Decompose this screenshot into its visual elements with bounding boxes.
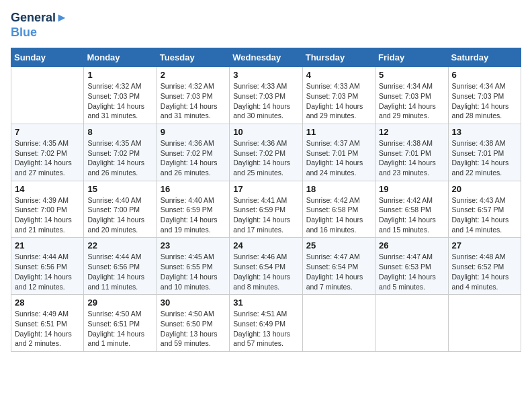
- day-info: Sunrise: 4:47 AM Sunset: 6:53 PM Dayligh…: [379, 252, 444, 291]
- day-number: 11: [306, 127, 371, 137]
- calendar-cell: 20Sunrise: 4:43 AM Sunset: 6:57 PM Dayli…: [448, 181, 521, 238]
- calendar-cell: 13Sunrise: 4:38 AM Sunset: 7:01 PM Dayli…: [448, 124, 521, 181]
- calendar-cell: 1Sunrise: 4:32 AM Sunset: 7:03 PM Daylig…: [84, 67, 157, 124]
- calendar-cell: 6Sunrise: 4:34 AM Sunset: 7:03 PM Daylig…: [448, 67, 521, 124]
- day-header-thursday: Thursday: [302, 48, 375, 67]
- day-header-wednesday: Wednesday: [230, 48, 302, 67]
- calendar-cell: 18Sunrise: 4:42 AM Sunset: 6:58 PM Dayli…: [302, 181, 375, 238]
- calendar-cell: 21Sunrise: 4:44 AM Sunset: 6:56 PM Dayli…: [11, 238, 84, 295]
- calendar-cell: 9Sunrise: 4:36 AM Sunset: 7:02 PM Daylig…: [157, 124, 229, 181]
- day-number: 8: [87, 127, 152, 137]
- day-number: 28: [15, 298, 80, 308]
- calendar-cell: [302, 295, 375, 352]
- day-header-tuesday: Tuesday: [157, 48, 229, 67]
- day-info: Sunrise: 4:40 AM Sunset: 7:00 PM Dayligh…: [87, 195, 152, 235]
- calendar-cell: 25Sunrise: 4:47 AM Sunset: 6:54 PM Dayli…: [302, 238, 375, 295]
- day-info: Sunrise: 4:33 AM Sunset: 7:03 PM Dayligh…: [233, 81, 298, 121]
- day-number: 3: [233, 70, 298, 80]
- day-header-friday: Friday: [375, 48, 448, 67]
- calendar-table: SundayMondayTuesdayWednesdayThursdayFrid…: [11, 48, 521, 352]
- day-number: 20: [452, 184, 517, 194]
- calendar-cell: 22Sunrise: 4:44 AM Sunset: 6:56 PM Dayli…: [84, 238, 157, 295]
- calendar-cell: 15Sunrise: 4:40 AM Sunset: 7:00 PM Dayli…: [84, 181, 157, 238]
- calendar-cell: 5Sunrise: 4:34 AM Sunset: 7:03 PM Daylig…: [375, 67, 448, 124]
- calendar-cell: 29Sunrise: 4:50 AM Sunset: 6:51 PM Dayli…: [84, 295, 157, 352]
- calendar-cell: [375, 295, 448, 352]
- logo: General► Blue: [11, 11, 68, 40]
- week-row-1: 1Sunrise: 4:32 AM Sunset: 7:03 PM Daylig…: [11, 67, 521, 124]
- day-number: 9: [161, 127, 226, 137]
- day-info: Sunrise: 4:46 AM Sunset: 6:54 PM Dayligh…: [233, 252, 298, 291]
- day-info: Sunrise: 4:32 AM Sunset: 7:03 PM Dayligh…: [161, 81, 226, 121]
- calendar-cell: [448, 295, 521, 352]
- day-info: Sunrise: 4:45 AM Sunset: 6:55 PM Dayligh…: [161, 252, 226, 291]
- day-number: 10: [233, 127, 298, 137]
- day-number: 12: [379, 127, 444, 137]
- day-number: 31: [233, 298, 298, 308]
- calendar-cell: 12Sunrise: 4:38 AM Sunset: 7:01 PM Dayli…: [375, 124, 448, 181]
- day-info: Sunrise: 4:42 AM Sunset: 6:58 PM Dayligh…: [379, 195, 444, 235]
- day-number: 5: [379, 70, 444, 80]
- calendar-cell: 19Sunrise: 4:42 AM Sunset: 6:58 PM Dayli…: [375, 181, 448, 238]
- day-number: 1: [87, 70, 152, 80]
- day-number: 7: [15, 127, 80, 137]
- logo-text: General►: [11, 11, 68, 26]
- day-number: 18: [306, 184, 371, 194]
- calendar-cell: 16Sunrise: 4:40 AM Sunset: 6:59 PM Dayli…: [157, 181, 229, 238]
- day-info: Sunrise: 4:48 AM Sunset: 6:52 PM Dayligh…: [452, 252, 517, 291]
- day-info: Sunrise: 4:35 AM Sunset: 7:02 PM Dayligh…: [15, 138, 80, 178]
- week-row-5: 28Sunrise: 4:49 AM Sunset: 6:51 PM Dayli…: [11, 295, 521, 352]
- day-number: 2: [161, 70, 226, 80]
- calendar-cell: 8Sunrise: 4:35 AM Sunset: 7:02 PM Daylig…: [84, 124, 157, 181]
- day-info: Sunrise: 4:50 AM Sunset: 6:50 PM Dayligh…: [161, 309, 226, 349]
- day-number: 26: [379, 240, 444, 250]
- calendar-cell: 11Sunrise: 4:37 AM Sunset: 7:01 PM Dayli…: [302, 124, 375, 181]
- day-header-monday: Monday: [84, 48, 157, 67]
- week-row-4: 21Sunrise: 4:44 AM Sunset: 6:56 PM Dayli…: [11, 238, 521, 295]
- calendar-cell: 30Sunrise: 4:50 AM Sunset: 6:50 PM Dayli…: [157, 295, 229, 352]
- calendar-cell: 4Sunrise: 4:33 AM Sunset: 7:03 PM Daylig…: [302, 67, 375, 124]
- day-number: 30: [161, 298, 226, 308]
- day-info: Sunrise: 4:44 AM Sunset: 6:56 PM Dayligh…: [15, 252, 80, 291]
- day-info: Sunrise: 4:37 AM Sunset: 7:01 PM Dayligh…: [306, 138, 371, 178]
- days-header-row: SundayMondayTuesdayWednesdayThursdayFrid…: [11, 48, 521, 67]
- day-info: Sunrise: 4:51 AM Sunset: 6:49 PM Dayligh…: [233, 309, 298, 349]
- day-number: 27: [452, 240, 517, 250]
- week-row-2: 7Sunrise: 4:35 AM Sunset: 7:02 PM Daylig…: [11, 124, 521, 181]
- calendar-cell: [11, 67, 84, 124]
- day-info: Sunrise: 4:36 AM Sunset: 7:02 PM Dayligh…: [161, 138, 226, 178]
- day-info: Sunrise: 4:34 AM Sunset: 7:03 PM Dayligh…: [379, 81, 444, 121]
- day-info: Sunrise: 4:43 AM Sunset: 6:57 PM Dayligh…: [452, 195, 517, 235]
- day-info: Sunrise: 4:33 AM Sunset: 7:03 PM Dayligh…: [306, 81, 371, 121]
- calendar-cell: 17Sunrise: 4:41 AM Sunset: 6:59 PM Dayli…: [230, 181, 302, 238]
- calendar-cell: 7Sunrise: 4:35 AM Sunset: 7:02 PM Daylig…: [11, 124, 84, 181]
- day-info: Sunrise: 4:40 AM Sunset: 6:59 PM Dayligh…: [161, 195, 226, 235]
- calendar-cell: 14Sunrise: 4:39 AM Sunset: 7:00 PM Dayli…: [11, 181, 84, 238]
- day-info: Sunrise: 4:34 AM Sunset: 7:03 PM Dayligh…: [452, 81, 517, 121]
- day-number: 29: [87, 298, 152, 308]
- day-number: 17: [233, 184, 298, 194]
- day-number: 22: [87, 240, 152, 250]
- day-info: Sunrise: 4:41 AM Sunset: 6:59 PM Dayligh…: [233, 195, 298, 235]
- calendar-cell: 24Sunrise: 4:46 AM Sunset: 6:54 PM Dayli…: [230, 238, 302, 295]
- day-info: Sunrise: 4:32 AM Sunset: 7:03 PM Dayligh…: [87, 81, 152, 121]
- day-info: Sunrise: 4:35 AM Sunset: 7:02 PM Dayligh…: [87, 138, 152, 178]
- calendar-cell: 28Sunrise: 4:49 AM Sunset: 6:51 PM Dayli…: [11, 295, 84, 352]
- day-info: Sunrise: 4:47 AM Sunset: 6:54 PM Dayligh…: [306, 252, 371, 291]
- calendar-cell: 23Sunrise: 4:45 AM Sunset: 6:55 PM Dayli…: [157, 238, 229, 295]
- day-number: 25: [306, 240, 371, 250]
- day-info: Sunrise: 4:38 AM Sunset: 7:01 PM Dayligh…: [452, 138, 517, 178]
- day-number: 23: [161, 240, 226, 250]
- calendar-cell: 2Sunrise: 4:32 AM Sunset: 7:03 PM Daylig…: [157, 67, 229, 124]
- day-info: Sunrise: 4:42 AM Sunset: 6:58 PM Dayligh…: [306, 195, 371, 235]
- day-number: 6: [452, 70, 517, 80]
- day-number: 19: [379, 184, 444, 194]
- week-row-3: 14Sunrise: 4:39 AM Sunset: 7:00 PM Dayli…: [11, 181, 521, 238]
- day-number: 16: [161, 184, 226, 194]
- day-info: Sunrise: 4:49 AM Sunset: 6:51 PM Dayligh…: [15, 309, 80, 349]
- day-header-sunday: Sunday: [11, 48, 84, 67]
- logo-subtext: Blue: [11, 26, 68, 40]
- day-number: 15: [87, 184, 152, 194]
- calendar-cell: 10Sunrise: 4:36 AM Sunset: 7:02 PM Dayli…: [230, 124, 302, 181]
- day-info: Sunrise: 4:44 AM Sunset: 6:56 PM Dayligh…: [87, 252, 152, 291]
